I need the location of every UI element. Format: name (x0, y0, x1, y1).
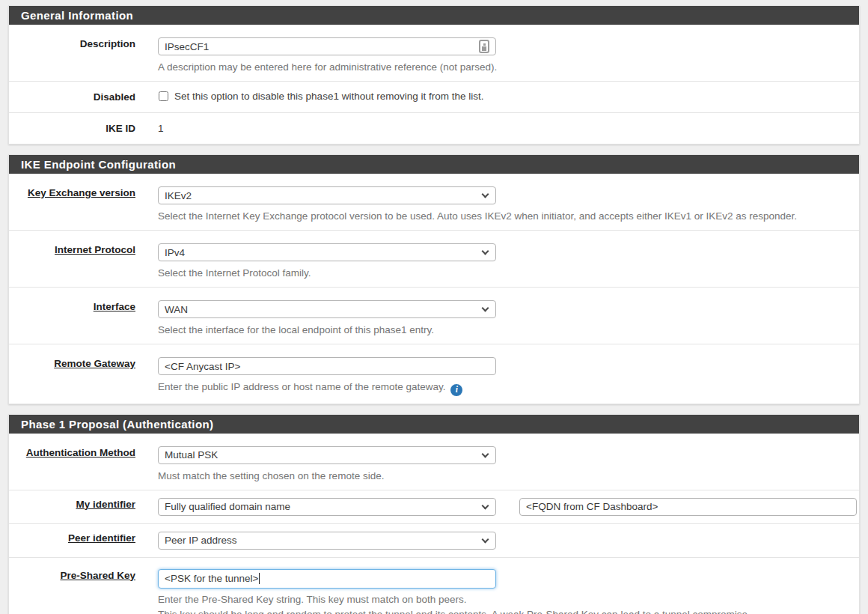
info-circle-icon[interactable]: i (450, 384, 462, 396)
interface-select[interactable]: WAN (158, 300, 496, 318)
key-exchange-version-select[interactable]: IKEv2 (158, 186, 496, 204)
disabled-checkbox-row: Set this option to disable this phase1 w… (158, 91, 847, 102)
form-row-disabled: Disabled Set this option to disable this… (9, 81, 859, 112)
description-label: Description (80, 38, 135, 49)
pre-shared-key-value: <PSK for the tunnel> (165, 573, 258, 584)
authentication-method-help-text: Must match the setting chosen on the rem… (158, 469, 847, 482)
pre-shared-key-label: Pre-Shared Key (60, 570, 135, 581)
autofill-icon-bar (482, 46, 486, 51)
ike-id-label: IKE ID (106, 123, 135, 134)
form-row-interface: Interface WAN Select the interface for t… (9, 287, 859, 344)
form-row-internet-protocol: Internet Protocol IPv4 Select the Intern… (9, 230, 859, 287)
panel-general-information: General Information Description A descri… (8, 5, 860, 145)
autofill-icon-dot (483, 43, 486, 46)
authentication-method-select[interactable]: Mutual PSK (158, 446, 496, 464)
form-row-key-exchange-version: Key Exchange version IKEv2 Select the In… (9, 174, 859, 230)
panel-title-ike-endpoint-configuration: IKE Endpoint Configuration (9, 155, 859, 174)
interface-label: Interface (94, 301, 135, 312)
my-identifier-label: My identifier (76, 499, 135, 510)
form-row-authentication-method: Authentication Method Mutual PSK Must ma… (9, 434, 859, 490)
panel-title-phase1-proposal: Phase 1 Proposal (Authentication) (9, 415, 859, 434)
form-row-remote-gateway: Remote Gateway Enter the public IP addre… (9, 344, 859, 404)
autofill-icon[interactable] (479, 40, 489, 53)
disabled-checkbox[interactable] (159, 91, 168, 101)
pre-shared-key-help-text-1: Enter the Pre-Shared Key string. This ke… (158, 593, 847, 606)
ike-id-value: 1 (158, 122, 847, 135)
my-identifier-select[interactable]: Fully qualified domain name (158, 498, 496, 516)
description-input-wrap (158, 37, 496, 55)
disabled-checkbox-label: Set this option to disable this phase1 w… (174, 91, 483, 102)
text-caret (259, 573, 260, 584)
key-exchange-version-label: Key Exchange version (28, 187, 135, 198)
internet-protocol-help-text: Select the Internet Protocol family. (158, 267, 847, 279)
key-exchange-version-help-text: Select the Internet Key Exchange protoco… (158, 210, 847, 222)
panel-ike-endpoint-configuration: IKE Endpoint Configuration Key Exchange … (8, 154, 860, 404)
pre-shared-key-help-text-2: This key should be long and random to pr… (158, 608, 847, 614)
internet-protocol-select[interactable]: IPv4 (158, 243, 496, 261)
form-row-description: Description A description may be entered… (9, 25, 859, 81)
peer-identifier-select[interactable]: Peer IP address (158, 532, 496, 550)
form-row-peer-identifier: Peer identifier Peer IP address (9, 523, 859, 557)
panel-body-general-information: Description A description may be entered… (9, 25, 859, 144)
form-row-pre-shared-key: Pre-Shared Key <PSK for the tunnel> Ente… (9, 557, 859, 614)
interface-help-text: Select the interface for the local endpo… (158, 323, 847, 336)
authentication-method-label: Authentication Method (26, 447, 135, 458)
form-row-ike-id: IKE ID 1 (9, 112, 859, 144)
description-help-text: A description may be entered here for ad… (158, 61, 847, 73)
disabled-label: Disabled (94, 91, 135, 103)
ipsec-phase1-edit-page: General Information Description A descri… (0, 0, 868, 614)
panel-body-phase1-proposal: Authentication Method Mutual PSK Must ma… (9, 434, 859, 614)
description-input[interactable] (158, 37, 496, 55)
panel-title-general-information: General Information (9, 6, 859, 25)
pre-shared-key-input[interactable]: <PSK for the tunnel> (158, 569, 496, 589)
my-identifier-value-input[interactable] (519, 498, 857, 516)
peer-identifier-label: Peer identifier (68, 532, 135, 544)
remote-gateway-input[interactable] (158, 357, 496, 375)
remote-gateway-label: Remote Gateway (54, 358, 135, 369)
panel-phase1-proposal-authentication: Phase 1 Proposal (Authentication) Authen… (8, 414, 860, 614)
panel-body-ike-endpoint-configuration: Key Exchange version IKEv2 Select the In… (9, 174, 859, 404)
remote-gateway-help-text: Enter the public IP address or host name… (158, 380, 847, 396)
internet-protocol-label: Internet Protocol (55, 244, 135, 255)
form-row-my-identifier: My identifier Fully qualified domain nam… (9, 490, 859, 523)
